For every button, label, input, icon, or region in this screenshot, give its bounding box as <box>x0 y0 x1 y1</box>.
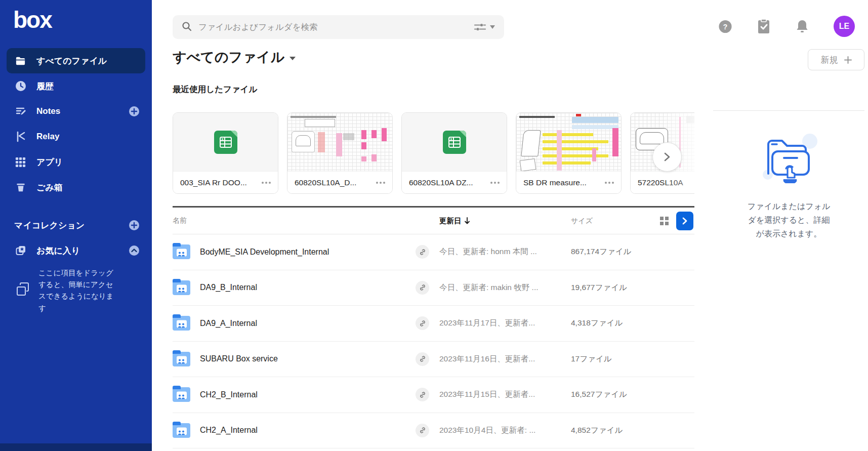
recent-file-card[interactable]: x 003_SIA Rr DOO... <box>173 112 278 194</box>
sidebar-footer <box>0 443 152 451</box>
grid-view-icon[interactable] <box>660 217 669 225</box>
notes-add-icon[interactable] <box>128 105 140 117</box>
open-details-panel-button[interactable] <box>676 212 693 230</box>
sidebar-item-trash[interactable]: ごみ箱 <box>7 175 145 200</box>
search-icon <box>182 21 192 33</box>
file-row[interactable]: BodyME_SIA Development_Internal 今日、更新者: … <box>173 234 694 270</box>
modified-info: 2023年10月4日、更新者: ... <box>439 426 535 434</box>
folder-name: SUBARU Box service <box>200 354 278 363</box>
apps-grid-icon <box>14 156 27 169</box>
new-button[interactable]: 新規 <box>808 49 864 70</box>
shared-folder-icon <box>173 423 190 438</box>
excel-file-icon: x <box>214 131 237 154</box>
file-row[interactable]: CH2_A_Internal 2023年10月4日、更新者: ... 4,852… <box>173 413 694 449</box>
file-row[interactable]: SUBARU Box service 2023年11月16日、更新者... 17… <box>173 342 694 378</box>
folder-name: CH2_B_Internal <box>200 390 258 399</box>
more-options-icon[interactable] <box>376 182 385 184</box>
shared-link-icon[interactable] <box>416 281 429 295</box>
more-options-icon[interactable] <box>605 182 614 184</box>
shared-folder-icon <box>173 244 190 259</box>
shared-folder-icon <box>173 280 190 295</box>
folder-icon <box>14 55 27 67</box>
folder-name: DA9_A_Internal <box>200 319 257 328</box>
help-icon[interactable]: ? <box>718 19 732 33</box>
select-file-illustration <box>756 129 822 186</box>
sidebar-item-notes[interactable]: Notes <box>7 99 145 124</box>
sidebar-item-label: アプリ <box>36 156 63 168</box>
shared-link-icon[interactable] <box>416 388 429 401</box>
notifications-bell-icon[interactable] <box>795 19 809 33</box>
sort-desc-icon <box>464 217 470 224</box>
relay-icon <box>14 131 27 143</box>
size-info: 867,174ファイル <box>571 247 631 256</box>
file-row[interactable]: DA9_A_Internal 2023年11月17日、更新者... 4,318フ… <box>173 306 694 342</box>
shared-link-icon[interactable] <box>416 316 429 330</box>
recent-file-card[interactable]: SB DR measure... <box>516 112 622 194</box>
my-collections-header[interactable]: マイコレクション <box>14 215 145 235</box>
recent-file-card[interactable]: 60820SL10A_D... <box>287 112 393 194</box>
file-thumbnail <box>287 113 392 171</box>
file-row[interactable]: CH2_B_Internal 2023年11月15日、更新者... 16,527… <box>173 377 694 413</box>
modified-info: 今日、更新者: honm 本間 ... <box>439 247 537 256</box>
recent-files-strip: x 003_SIA Rr DOO... <box>173 112 694 195</box>
column-header-modified[interactable]: 更新日 <box>439 216 571 226</box>
modified-info: 2023年11月15日、更新者... <box>439 390 535 398</box>
plus-icon <box>844 56 852 64</box>
file-thumbnail: x <box>402 113 507 171</box>
file-row[interactable]: DA9_B_Internal 今日、更新者: makin 牧野 ... 19,6… <box>173 270 694 306</box>
recent-file-card[interactable]: x 60820SL10A DZ... <box>401 112 507 194</box>
clock-icon <box>14 80 27 93</box>
modified-info: 今日、更新者: makin 牧野 ... <box>439 283 539 292</box>
shared-link-icon[interactable] <box>416 352 429 366</box>
more-options-icon[interactable] <box>490 182 500 184</box>
folder-name: BodyME_SIA Development_Internal <box>200 248 329 257</box>
box-logo: box <box>13 6 52 33</box>
sidebar-item-label: ごみ箱 <box>36 182 63 193</box>
chevron-down-icon <box>490 25 495 29</box>
file-name: 57220SL10A <box>638 178 694 187</box>
search-input[interactable] <box>198 22 467 32</box>
size-info: 4,318ファイル <box>571 318 623 327</box>
file-list-header: 名前 更新日 サイズ <box>173 206 694 234</box>
column-header-name: 名前 <box>173 216 187 225</box>
file-thumbnail <box>516 113 621 171</box>
sidebar-item-all-files[interactable]: すべてのファイル <box>7 48 145 73</box>
sidebar-item-label: すべてのファイル <box>36 55 107 67</box>
sidebar-item-label: Notes <box>36 106 60 116</box>
file-name: 003_SIA Rr DOO... <box>180 178 258 187</box>
file-thumbnail: x <box>173 113 278 171</box>
recent-files-header: 最近使用したファイル <box>173 84 257 95</box>
shared-link-icon[interactable] <box>416 245 429 259</box>
shared-folder-icon <box>173 387 190 402</box>
notes-icon <box>14 105 27 118</box>
shared-folder-icon <box>173 352 190 366</box>
copy-items-icon <box>15 281 30 300</box>
excel-file-icon: x <box>443 131 466 154</box>
modified-info: 2023年11月16日、更新者... <box>439 354 535 363</box>
sidebar: box すべてのファイル 履歴 Notes <box>0 0 152 451</box>
sidebar-nav: すべてのファイル 履歴 Notes Relay <box>7 48 145 200</box>
carousel-next-button[interactable] <box>652 142 682 172</box>
modified-info: 2023年11月17日、更新者... <box>439 318 535 327</box>
collapse-favorites-icon[interactable] <box>128 244 140 257</box>
search-filters-button[interactable] <box>474 23 495 31</box>
sidebar-item-favorites[interactable]: お気に入り <box>7 238 145 263</box>
search-bar[interactable] <box>173 15 504 39</box>
folder-name: DA9_B_Internal <box>200 283 257 292</box>
more-options-icon[interactable] <box>262 182 271 184</box>
details-panel-empty-text: ファイルまたはフォルダを選択すると、詳細が表示されます。 <box>745 200 834 241</box>
tasks-icon[interactable] <box>757 19 771 33</box>
sidebar-item-history[interactable]: 履歴 <box>7 73 145 99</box>
shared-link-icon[interactable] <box>416 424 429 437</box>
file-name: 60820SL10A_D... <box>295 178 372 187</box>
column-header-size: サイズ <box>571 217 593 225</box>
folder-name: CH2_A_Internal <box>200 426 258 435</box>
avatar[interactable]: LE <box>834 16 855 37</box>
size-info: 19,677ファイル <box>571 283 627 292</box>
add-collection-icon[interactable] <box>128 219 140 231</box>
details-panel: ファイルまたはフォルダを選択すると、詳細が表示されます。 <box>713 110 864 241</box>
sidebar-item-label: 履歴 <box>36 80 54 92</box>
title-caret-icon[interactable] <box>290 57 296 60</box>
sidebar-item-apps[interactable]: アプリ <box>7 149 145 175</box>
sidebar-item-relay[interactable]: Relay <box>7 124 145 149</box>
